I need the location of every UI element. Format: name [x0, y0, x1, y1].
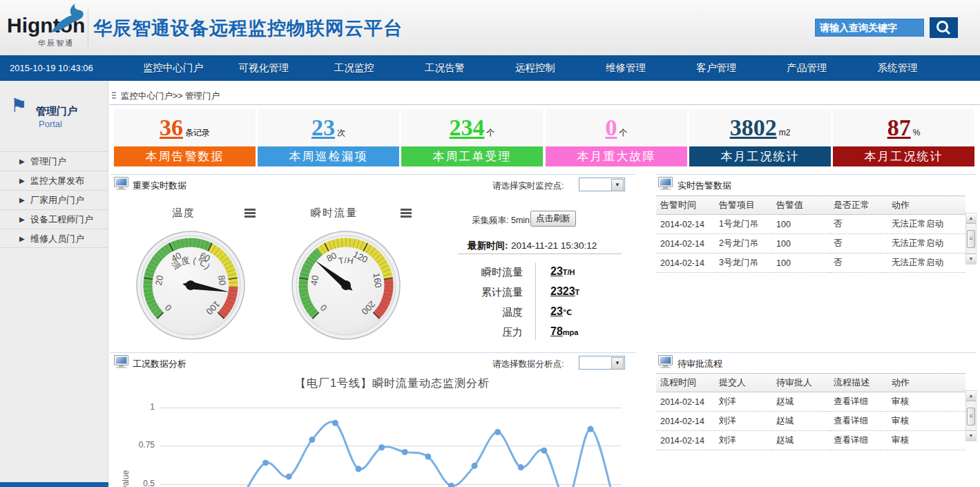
view-detail-link[interactable]: 查看详细	[829, 392, 887, 412]
chevron-right-icon: ▶	[19, 229, 25, 249]
table-row: 2014-02-14刘洋 赵城查看详细 审核	[656, 412, 965, 431]
alarm-table-scrollbar[interactable]: ▲ ≡ ▼	[965, 213, 977, 265]
stat-card-monthly-condition-pct[interactable]: 87% 本月工况统计	[833, 109, 974, 166]
temperature-gauge: 020406080100温度 (℃)	[135, 230, 246, 341]
reading-label: 瞬时流量	[456, 266, 523, 279]
stat-card-weekly-alarms[interactable]: 36条记录 本周告警数据	[114, 109, 256, 166]
col-alarm-normal: 是否正常	[829, 196, 887, 215]
stat-value-link[interactable]: 0	[606, 115, 617, 140]
nav-item-condition-monitor[interactable]: 工况监控	[309, 55, 399, 81]
analysis-point-label: 请选择数据分析点:	[492, 359, 564, 370]
view-detail-link[interactable]: 查看详细	[829, 431, 887, 450]
reading-unit: mpa	[563, 328, 579, 336]
header: Hignton 华辰智通 华辰智通设备远程监控物联网云平台	[0, 0, 980, 55]
latest-time-row: 最新时间: 2014-11-21 15:30:12	[468, 239, 597, 252]
stat-value-link[interactable]: 234	[450, 115, 485, 140]
analysis-section-title: 工况数据分析	[133, 358, 186, 370]
breadcrumb-divider	[109, 104, 980, 105]
flow-line-chart	[159, 387, 626, 487]
scroll-up-icon[interactable]: ▲	[966, 391, 976, 401]
chevron-down-icon: ▼	[611, 357, 624, 370]
sidebar-item-label: 厂家用户门户	[30, 195, 84, 205]
sidebar-item-label: 监控大屏发布	[30, 175, 84, 186]
flow-gauge: 04080120160200T/H	[291, 230, 401, 341]
scroll-thumb[interactable]: ≡	[967, 408, 975, 426]
section-divider	[111, 352, 635, 353]
audit-link[interactable]: 审核	[887, 392, 965, 412]
collect-frequency-text: 采集频率:	[472, 216, 508, 225]
stat-card-weekly-inspection[interactable]: 23次 本周巡检漏项	[258, 109, 399, 166]
stat-unit: 条记录	[185, 128, 210, 137]
view-detail-link[interactable]: 查看详细	[829, 412, 887, 431]
stat-value-link[interactable]: 23	[311, 115, 335, 140]
sidebar-item-big-screen[interactable]: ▶ 监控大屏发布	[0, 171, 108, 190]
nav-item-visualization[interactable]: 可视化管理	[218, 55, 309, 81]
col-alarm-action: 动作	[887, 196, 965, 215]
latest-time-value: 2014-11-21 15:30:12	[511, 240, 597, 251]
audit-link[interactable]: 审核	[887, 431, 965, 450]
approval-table-scrollbar[interactable]: ▲ ≡ ▼	[965, 390, 977, 441]
stat-card-monthly-condition-area[interactable]: 3802m2 本月工况统计	[689, 109, 831, 166]
col-submitter: 提交人	[715, 374, 772, 392]
nav-item-product[interactable]: 产品管理	[762, 55, 852, 81]
scroll-down-icon[interactable]: ▼	[966, 430, 976, 441]
stat-card-weekly-workorders[interactable]: 234个 本周工单受理	[401, 109, 543, 166]
nav-item-monitor-center[interactable]: 监控中心门户	[128, 55, 218, 81]
sidebar-item-label: 设备工程师门户	[30, 214, 93, 225]
reading-unit: T/H	[563, 268, 575, 276]
nav-item-condition-alarm[interactable]: 工况告警	[399, 55, 490, 81]
stat-card-monthly-faults[interactable]: 0个 本月重大故障	[546, 109, 687, 166]
collect-frequency-label: 采集频率: 5min	[472, 215, 530, 227]
scroll-up-icon[interactable]: ▲	[966, 213, 976, 224]
section-divider	[656, 352, 976, 353]
nav-item-customer[interactable]: 客户管理	[671, 55, 762, 81]
stat-card-label: 本月工况统计	[833, 146, 974, 166]
refresh-button[interactable]: 点击刷新	[530, 211, 576, 227]
col-flow-desc: 流程描述	[829, 374, 887, 392]
gauge2-title: 瞬时流量	[311, 207, 358, 220]
sidebar-item-admin-portal[interactable]: ▶ 管理门户	[0, 151, 108, 171]
portal-title: 管理门户	[36, 105, 77, 118]
svg-text:40: 40	[309, 274, 320, 286]
col-alarm-item: 告警项目	[715, 196, 772, 215]
sidebar-item-label: 管理门户	[30, 156, 66, 166]
nav-item-remote-control[interactable]: 远程控制	[490, 55, 580, 81]
stat-value-link[interactable]: 87	[887, 115, 911, 140]
alarm-table: 告警时间 告警项目 告警值 是否正常 动作 2014-02-141号龙门吊 10…	[656, 195, 965, 273]
reading-unit: ℃	[563, 308, 572, 316]
gauge1-menu-icon[interactable]	[244, 209, 256, 219]
monitor-point-select[interactable]: ▼	[579, 178, 625, 191]
nav-menu: 监控中心门户 可视化管理 工况监控 工况告警 远程控制 维修管理 客户管理 产品…	[128, 55, 943, 81]
approval-table-header: 流程时间 提交人 待审批人 流程描述 动作	[656, 374, 965, 392]
stat-card-label: 本周工单受理	[401, 146, 543, 166]
portal-subtitle: Portal	[39, 119, 62, 129]
stat-value-link[interactable]: 3802	[730, 115, 777, 140]
reading-number: 23	[550, 265, 563, 277]
scroll-thumb[interactable]: ≡	[967, 230, 975, 248]
stat-card-label: 本月重大故障	[546, 146, 687, 166]
audit-link[interactable]: 审核	[887, 412, 965, 431]
table-row: 2014-02-142号龙门吊 100否 无法正常启动	[656, 234, 965, 254]
sidebar-item-engineer-portal[interactable]: ▶ 设备工程师门户	[0, 209, 108, 229]
scroll-down-icon[interactable]: ▼	[966, 254, 976, 264]
deer-logo-icon	[47, 1, 87, 35]
search-icon	[936, 21, 948, 32]
search-input[interactable]	[815, 19, 924, 37]
table-row: 2014-02-14刘洋 赵城查看详细 审核	[656, 392, 965, 412]
nav-item-maintenance[interactable]: 维修管理	[581, 55, 671, 81]
alarm-section-title: 实时告警数据	[678, 180, 731, 192]
analysis-point-select[interactable]: ▼	[579, 356, 625, 370]
sidebar-item-repairer-portal[interactable]: ▶ 维修人员门户	[0, 229, 108, 248]
reading-value: 2323T	[550, 285, 579, 298]
nav-item-system[interactable]: 系统管理	[852, 55, 943, 81]
search-button[interactable]	[930, 17, 958, 38]
breadcrumb-icon	[112, 92, 116, 99]
reading-label: 压力	[456, 326, 523, 339]
y-axis-tick: 0.5	[131, 479, 155, 487]
stat-card-label: 本月工况统计	[689, 146, 831, 166]
stat-value-link[interactable]: 36	[160, 115, 183, 140]
section-divider	[111, 174, 635, 175]
gauge2-menu-icon[interactable]	[401, 209, 412, 219]
sidebar-item-vendor-portal[interactable]: ▶ 厂家用户门户	[0, 190, 108, 209]
monitor-point-label: 请选择实时监控点:	[492, 180, 564, 192]
